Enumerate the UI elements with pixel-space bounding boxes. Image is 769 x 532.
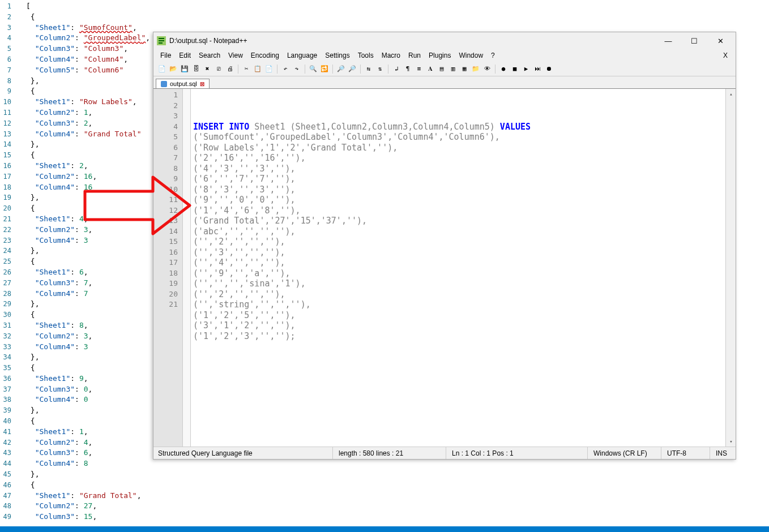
status-encoding: UTF-8	[661, 447, 710, 459]
statusbar: Structured Query Language file length : …	[153, 447, 736, 459]
saveall-icon[interactable]: 🗄	[191, 64, 201, 74]
menu-item-search[interactable]: Search	[195, 50, 224, 61]
save-icon[interactable]: 💾	[180, 64, 190, 74]
doc3-icon[interactable]: ▦	[459, 64, 469, 74]
replace-icon[interactable]: 🔁	[319, 64, 330, 74]
menu-item-encoding[interactable]: Encoding	[247, 50, 283, 61]
maximize-button[interactable]: ☐	[681, 32, 707, 49]
close-icon[interactable]: ✖	[202, 64, 212, 74]
status-position: Ln : 1 Col : 1 Pos : 1	[446, 447, 587, 459]
toolbar[interactable]: 📄📂💾🗄✖⎚🖨✂📋📄↶↷🔍🔁🔎🔎⇆⇅↲¶≡𝐀▤▥▦📁👁●■▶⏭⏺	[153, 62, 736, 76]
wrap-icon[interactable]: ↲	[391, 64, 401, 74]
zoomin-icon[interactable]: 🔎	[336, 64, 346, 74]
menu-item-view[interactable]: View	[225, 50, 246, 61]
file-tab[interactable]: output.sql ⊠	[156, 79, 210, 88]
menu-item-tools[interactable]: Tools	[354, 50, 377, 61]
dir-icon[interactable]: 📁	[471, 64, 481, 74]
copy-icon[interactable]: 📋	[253, 64, 263, 74]
save-macro-icon[interactable]: ⏺	[544, 64, 554, 74]
undo-icon[interactable]: ↶	[280, 64, 290, 74]
line-number-gutter: 123456789101112131415161718192021	[153, 89, 183, 447]
playn-icon[interactable]: ⏭	[532, 64, 542, 74]
indent-icon[interactable]: ≡	[414, 64, 424, 74]
monitor-icon[interactable]: 👁	[482, 64, 492, 74]
left-json-editor[interactable]: 1234567891011121314151617181920212223242…	[0, 0, 153, 526]
status-language: Structured Query Language file	[157, 447, 332, 459]
menu-overflow-button[interactable]: X	[719, 50, 732, 61]
menu-item-macro[interactable]: Macro	[378, 50, 404, 61]
current-line-highlight	[191, 90, 725, 101]
menu-item-window[interactable]: Window	[455, 50, 486, 61]
cut-icon[interactable]: ✂	[241, 64, 251, 74]
tab-close-icon[interactable]: ⊠	[200, 81, 204, 87]
tab-label: output.sql	[170, 80, 197, 87]
editor-body: 123456789101112131415161718192021 INSERT…	[153, 89, 736, 447]
stop-icon[interactable]: ■	[510, 64, 520, 74]
print-icon[interactable]: 🖨	[225, 64, 235, 74]
statusbar-stripe	[0, 526, 769, 532]
window-title: D:\output.sql - Notepad++	[169, 37, 247, 45]
file-icon	[161, 81, 167, 87]
doc2-icon[interactable]: ▥	[448, 64, 458, 74]
status-length: length : 580 lines : 21	[332, 447, 446, 459]
titlebar[interactable]: D:\output.sql - Notepad++ — ☐ ✕	[153, 32, 736, 49]
tab-strip[interactable]: output.sql ⊠	[153, 76, 736, 89]
play-icon[interactable]: ▶	[521, 64, 531, 74]
json-code-area[interactable]: [ { "Sheet1": "SumofCount", "Column2": "…	[16, 0, 153, 526]
open-icon[interactable]: 📂	[168, 64, 178, 74]
menu-item-settings[interactable]: Settings	[322, 50, 353, 61]
menubar[interactable]: FileEditSearchViewEncodingLanguageSettin…	[153, 49, 736, 62]
sync-icon[interactable]: ⇆	[364, 64, 374, 74]
paste-icon[interactable]: 📄	[264, 64, 274, 74]
sync2-icon[interactable]: ⇅	[375, 64, 385, 74]
allchars-icon[interactable]: ¶	[403, 64, 413, 74]
closeall-icon[interactable]: ⎚	[213, 64, 224, 74]
vertical-scrollbar[interactable]: ▴ ▾	[725, 89, 736, 447]
zoomout-icon[interactable]: 🔎	[347, 64, 357, 74]
sql-code-area[interactable]: INSERT INTO Sheet1 (Sheet1,Column2,Colum…	[191, 89, 725, 447]
menu-item-edit[interactable]: Edit	[176, 50, 194, 61]
close-button[interactable]: ✕	[707, 32, 733, 49]
menu-item-language[interactable]: Language	[284, 50, 321, 61]
redo-icon[interactable]: ↷	[292, 64, 302, 74]
line-number-gutter: 1234567891011121314151617181920212223242…	[0, 0, 16, 526]
menu-item-run[interactable]: Run	[405, 50, 424, 61]
menu-item-plugins[interactable]: Plugins	[425, 50, 454, 61]
find-icon[interactable]: 🔍	[308, 64, 318, 74]
menu-item-file[interactable]: File	[157, 50, 174, 61]
scroll-down-icon[interactable]: ▾	[726, 436, 736, 447]
notepadpp-window: D:\output.sql - Notepad++ — ☐ ✕ FileEdit…	[153, 32, 736, 460]
new-icon[interactable]: 📄	[157, 64, 167, 74]
minimize-button[interactable]: —	[655, 32, 681, 49]
scroll-up-icon[interactable]: ▴	[726, 89, 736, 99]
fold-margin	[183, 89, 191, 447]
status-insert: INS	[710, 447, 733, 459]
rec-icon[interactable]: ●	[498, 64, 509, 74]
menu-item-?[interactable]: ?	[488, 50, 498, 61]
lang-icon[interactable]: 𝐀	[425, 64, 435, 74]
status-eol: Windows (CR LF)	[587, 447, 661, 459]
app-icon	[157, 36, 166, 45]
doc-icon[interactable]: ▤	[437, 64, 447, 74]
